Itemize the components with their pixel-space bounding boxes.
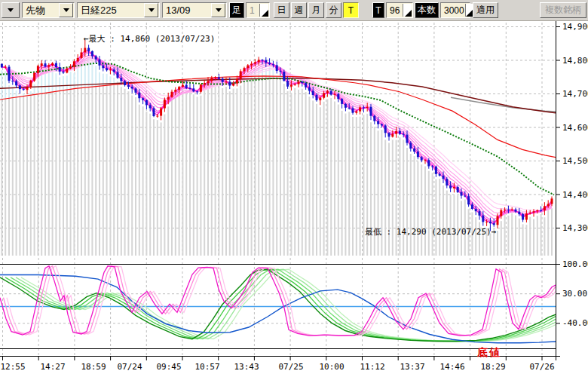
symbol-select[interactable]: 日経225 (77, 2, 160, 18)
price-axis-label: 14,800 (562, 56, 588, 66)
symbol-value: 日経225 (81, 4, 117, 17)
time-axis-label: 07/26 (529, 362, 554, 372)
chevron-down-icon[interactable] (144, 3, 158, 17)
time-axis-label: 07/25 (278, 362, 303, 372)
time-axis-label: 18:29 (480, 362, 505, 372)
period-tick-button[interactable]: T (343, 2, 359, 18)
multi-symbol-button: 複数銘柄 (540, 2, 586, 18)
time-axis-label: 12:55 (0, 362, 25, 372)
period-day-button[interactable]: 日 (274, 2, 289, 18)
bar-count-input[interactable]: 3000 (440, 2, 470, 18)
category-select[interactable]: 先物 (22, 2, 75, 18)
category-value: 先物 (26, 4, 45, 17)
time-axis-label: 07/24 (117, 362, 142, 372)
price-axis-label: 14,500 (562, 156, 588, 166)
time-axis-label: 14:46 (439, 362, 464, 372)
tick-size-input[interactable]: 96 (386, 2, 413, 18)
period-month-button[interactable]: 月 (308, 2, 324, 18)
bottom-value-label: 底値 (477, 346, 501, 360)
chevron-down-icon (8, 8, 14, 12)
contract-month-select[interactable]: 13/09 (162, 2, 227, 18)
time-axis-label: 10:00 (319, 362, 344, 372)
bar-interval-value: 1 (250, 5, 255, 16)
gridlines (0, 23, 556, 355)
time-axis-label: 09:45 (156, 362, 181, 372)
price-axis-label: 14,400 (562, 190, 588, 200)
bar-count-label: 本数 (415, 2, 439, 18)
price-axis-label: 14,600 (562, 123, 588, 133)
oscillator-axis-label: 100.00 (562, 259, 588, 269)
time-axis-label: 13:43 (234, 362, 259, 372)
time-axis-label: 10:57 (194, 362, 219, 372)
chart-menu-dropdown-button[interactable] (2, 2, 20, 18)
time-axis-label: 13:37 (400, 362, 424, 372)
apply-button[interactable]: 適用 (473, 2, 498, 18)
oscillator-axis-label: -40.00 (562, 318, 588, 328)
high-price-annotation: ←最大 : 14,860 (2013/07/23) (84, 33, 215, 44)
tick-size-label: T (372, 2, 384, 18)
bar-count-value: 3000 (444, 5, 464, 16)
time-axis-label: 14:27 (40, 362, 65, 372)
bar-type-label: 足 (229, 2, 244, 18)
price-chart-canvas: 14,90014,80014,70014,60014,50014,40014,3… (0, 0, 588, 377)
bar-interval-input[interactable]: 1 (246, 2, 270, 18)
spinner-handle-icon[interactable] (465, 4, 473, 17)
spinner-handle-icon[interactable] (403, 4, 412, 17)
contract-month-value: 13/09 (166, 5, 191, 16)
time-axis-label: 11:12 (360, 362, 384, 372)
price-axis-label: 14,300 (562, 223, 588, 233)
price-axis-label: 14,700 (562, 89, 588, 99)
toolbar: 先物 日経225 13/09 足 1 日 週 月 分 T T 96 本数 300… (0, 0, 588, 21)
chart-application-window: { "toolbar": { "category": "先物", "symbol… (0, 0, 588, 377)
period-minute-button[interactable]: 分 (326, 2, 341, 18)
period-week-button[interactable]: 週 (291, 2, 307, 18)
ma-lines (0, 63, 556, 195)
price-axis-label: 14,900 (562, 22, 588, 32)
chevron-down-icon[interactable] (59, 3, 73, 17)
oscillator-axis-label: 30.00 (562, 289, 587, 299)
spinner-handle-icon[interactable] (259, 4, 268, 17)
oscillator-series (0, 266, 577, 343)
time-axis-label: 18:59 (81, 362, 106, 372)
tick-size-value: 96 (390, 5, 400, 16)
chevron-down-icon[interactable] (211, 3, 225, 17)
low-price-annotation: 最低 : 14,290 (2013/07/25)→ (365, 226, 496, 238)
